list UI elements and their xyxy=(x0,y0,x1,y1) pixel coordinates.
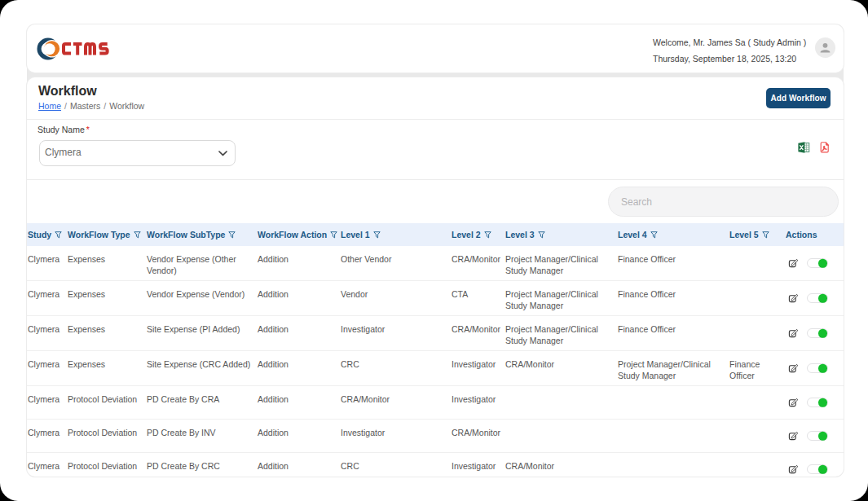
breadcrumb-item-masters: Masters xyxy=(70,101,100,111)
workflow-table: StudyWorkFlow TypeWorkFlow SubTypeWorkFl… xyxy=(27,223,844,477)
table-row: ClymeraProtocol DeviationPD Create By CR… xyxy=(27,453,844,477)
column-header-level-1: Level 1 xyxy=(340,223,451,246)
required-asterisk: * xyxy=(86,125,90,134)
column-label: Level 2 xyxy=(452,230,481,240)
filter-funnel-icon[interactable] xyxy=(650,231,658,239)
edit-row-button[interactable] xyxy=(788,398,798,407)
table-cell: Clymera xyxy=(27,246,67,281)
edit-row-button[interactable] xyxy=(788,293,798,303)
row-active-toggle[interactable] xyxy=(807,328,828,338)
filter-funnel-icon[interactable] xyxy=(373,231,381,239)
table-cell: CRA/Monitor xyxy=(451,246,504,281)
table-cell: PD Create By CRC xyxy=(146,453,257,477)
excel-file-icon xyxy=(798,142,810,153)
pdf-export-icon[interactable] xyxy=(820,142,830,156)
column-header-study: Study xyxy=(27,223,67,246)
table-row: ClymeraProtocol DeviationPD Create By IN… xyxy=(27,420,844,453)
table-cell: Project Manager/Clinical Study Manager xyxy=(617,351,729,386)
title-row: Workflow Home/Masters/Workflow Add Workf… xyxy=(27,77,844,120)
edit-row-button[interactable] xyxy=(788,258,798,268)
person-icon xyxy=(815,37,835,58)
column-header-workflow-type: WorkFlow Type xyxy=(67,223,146,246)
filter-funnel-icon[interactable] xyxy=(228,231,236,239)
edit-row-button[interactable] xyxy=(788,363,798,373)
edit-row-button[interactable] xyxy=(788,431,798,441)
table-cell xyxy=(617,453,729,477)
breadcrumb-item-workflow: Workflow xyxy=(109,101,144,111)
table-cell: CTA xyxy=(451,281,504,316)
toggle-knob xyxy=(818,259,827,268)
breadcrumb-item-home[interactable]: Home xyxy=(38,101,61,111)
column-label: WorkFlow Type xyxy=(68,230,130,240)
row-active-toggle[interactable] xyxy=(807,398,828,407)
toggle-knob xyxy=(818,432,827,441)
edit-row-button[interactable] xyxy=(788,328,798,338)
table-row: ClymeraExpensesVendor Expense (Vendor)Ad… xyxy=(27,281,844,316)
edit-icon xyxy=(788,431,798,441)
table-cell xyxy=(504,420,617,453)
table-cell: Expenses xyxy=(67,281,146,316)
search-input[interactable] xyxy=(608,187,839,217)
table-cell xyxy=(729,246,785,281)
column-header-level-5: Level 5 xyxy=(729,223,785,246)
app-window: Welcome, Mr. James Sa ( Study Admin ) Th… xyxy=(0,0,868,501)
column-header-level-3: Level 3 xyxy=(504,223,617,246)
edit-icon xyxy=(788,363,798,373)
actions-cell xyxy=(785,386,844,420)
ctms-logo-mark xyxy=(37,33,112,63)
actions-cell xyxy=(785,281,844,316)
toggle-knob xyxy=(818,294,827,303)
table-cell: CRA/Monitor xyxy=(504,351,617,386)
column-label: Level 1 xyxy=(341,230,370,240)
column-label: Level 5 xyxy=(729,230,759,240)
table-cell: Addition xyxy=(257,281,340,316)
study-name-value: Clymera xyxy=(45,147,82,158)
filter-row: Study Name* Clymera xyxy=(27,121,844,180)
table-cell: CRC xyxy=(340,351,451,386)
table-cell: Site Expense (CRC Added) xyxy=(146,351,257,386)
table-cell: Finance Officer xyxy=(729,351,785,386)
toggle-knob xyxy=(818,364,827,373)
filter-funnel-icon[interactable] xyxy=(762,231,769,239)
table-cell: CRA/Monitor xyxy=(504,453,617,477)
toggle-knob xyxy=(818,465,827,474)
table-cell: Investigator xyxy=(451,386,504,420)
row-active-toggle[interactable] xyxy=(807,464,828,474)
filter-funnel-icon[interactable] xyxy=(538,231,545,239)
ctms-logo xyxy=(37,33,112,66)
row-active-toggle[interactable] xyxy=(807,431,828,441)
study-name-select[interactable]: Clymera xyxy=(39,140,236,166)
edit-icon xyxy=(788,464,798,474)
row-active-toggle[interactable] xyxy=(807,363,828,373)
table-cell: Finance Officer xyxy=(617,246,729,281)
table-header-row: StudyWorkFlow TypeWorkFlow SubTypeWorkFl… xyxy=(27,223,844,246)
add-workflow-button[interactable]: Add Workflow xyxy=(766,88,831,108)
table-cell: Clymera xyxy=(27,420,67,453)
column-label: Actions xyxy=(786,230,817,240)
column-header-workflow-action: WorkFlow Action xyxy=(257,223,340,246)
search-row xyxy=(27,181,844,223)
table-cell: Clymera xyxy=(27,453,67,477)
filter-funnel-icon[interactable] xyxy=(55,231,62,239)
filter-funnel-icon[interactable] xyxy=(330,231,337,239)
filter-funnel-icon[interactable] xyxy=(484,231,491,239)
table-cell: Protocol Deviation xyxy=(67,386,146,420)
table-cell xyxy=(729,281,785,316)
row-active-toggle[interactable] xyxy=(807,258,828,268)
workflow-card: Workflow Home/Masters/Workflow Add Workf… xyxy=(27,77,844,477)
user-welcome: Welcome, Mr. James Sa ( Study Admin ) Th… xyxy=(653,35,806,67)
table-cell: Vendor Expense (Other Vendor) xyxy=(146,246,257,281)
user-avatar[interactable] xyxy=(815,37,835,58)
table-cell: Addition xyxy=(257,386,340,420)
table-cell: Expenses xyxy=(67,351,146,386)
table-cell: CRA/Monitor xyxy=(451,316,504,351)
edit-icon xyxy=(788,293,798,303)
edit-row-button[interactable] xyxy=(788,464,798,474)
row-active-toggle[interactable] xyxy=(807,293,828,303)
column-label: Study xyxy=(28,230,51,240)
table-cell: Clymera xyxy=(27,386,67,420)
filter-funnel-icon[interactable] xyxy=(134,231,141,239)
excel-export-icon[interactable] xyxy=(798,142,810,156)
chevron-down-icon xyxy=(218,151,227,156)
pdf-file-icon xyxy=(820,142,830,153)
